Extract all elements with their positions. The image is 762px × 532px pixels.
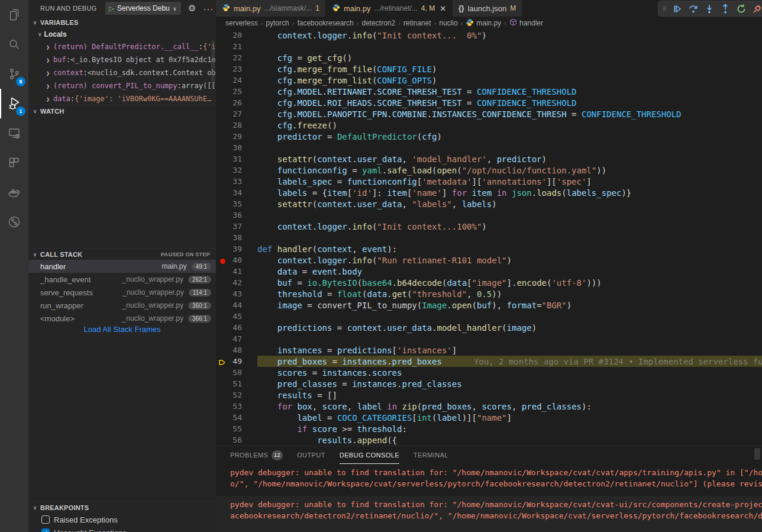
breakpoint-item[interactable]: ✓Uncaught Exceptions [28,526,216,532]
run-and-debug-button[interactable]: 1 [0,89,28,118]
docker-button[interactable] [0,178,28,207]
line-number[interactable]: 38 [216,233,257,242]
variable-row[interactable]: ❯data: {'image': 'iVBORw0KG==AAAANSUhE… [28,92,216,105]
console-error-line[interactable]: pydev debugger: unable to find translati… [230,467,762,478]
variable-row[interactable]: ❯context: <nuclio_sdk.context.Context ob… [28,66,216,79]
tab-launch.json[interactable]: {}launch.jsonM [453,0,522,17]
tab-main.py[interactable]: main.py.../siammask/...1 [216,0,326,17]
tab-main.py[interactable]: main.py.../retinanet/...4, M✕ [326,0,453,17]
code-line[interactable]: 28 cfg.freeze() [216,120,762,131]
code-line[interactable]: 46 predictions = context.user_data.model… [216,322,762,333]
call-stack-frame[interactable]: handlermain.py49:1 [28,260,216,273]
panel-tab-terminal[interactable]: TERMINAL [414,446,448,464]
line-number[interactable]: 28 [216,121,257,130]
continue-button[interactable] [670,2,684,16]
breadcrumb-item-facebookresearch[interactable]: facebookresearch [297,19,353,27]
line-number[interactable]: 45 [216,312,257,321]
line-number[interactable]: 54 [216,413,257,422]
code-line[interactable]: 41 data = event.body [216,266,762,277]
locals-scope[interactable]: ∨ Locals [28,28,216,40]
line-number[interactable]: 33 [216,177,257,186]
code-line[interactable]: 33 labels_spec = functionconfig['metadat… [216,176,762,187]
code-line[interactable]: 53 for box, score, label in zip(pred_box… [216,401,762,412]
close-icon[interactable]: ✕ [440,4,446,13]
call-stack-section-header[interactable]: ∨ CALL STACK PAUSED ON STEP [28,248,216,260]
drag-grip-icon[interactable]: ⠿ [661,7,669,11]
console-error-line[interactable]: o/", "/home/nmanovic/Workspace/cvat/serv… [230,478,762,489]
breadcrumb-item-serverless[interactable]: serverless [225,19,258,27]
line-number[interactable]: 47 [216,334,257,343]
line-number[interactable]: 39 [216,244,257,253]
explorer-button[interactable] [0,0,28,30]
step-into-button[interactable] [702,2,716,16]
call-stack-frame[interactable]: _handle_event_nuclio_wrapper.py262:1 [28,273,216,286]
azure-pipelines-button[interactable] [0,207,28,237]
line-number[interactable]: 34 [216,188,257,197]
line-number[interactable]: 46 [216,323,257,332]
step-over-button[interactable] [686,2,700,16]
line-number[interactable]: 37 [216,222,257,231]
line-number[interactable]: 31 [216,154,257,163]
line-number[interactable]: 42 [216,278,257,287]
line-number[interactable]: 36 [216,211,257,220]
code-line[interactable]: 47 [216,333,762,344]
code-line[interactable]: 54 label = COCO_CATEGORIES[int(label)]["… [216,412,762,423]
line-number[interactable]: 40 [216,256,257,265]
code-line[interactable]: 56 results.append({ [216,434,762,446]
code-line[interactable]: 24 cfg.merge_from_list(CONFIG_OPTS) [216,75,762,86]
breakpoints-section-header[interactable]: ∨ BREAKPOINTS [28,501,216,513]
panel-tab-problems[interactable]: PROBLEMS12 [230,446,283,464]
line-number[interactable]: 21 [216,42,257,51]
scrollbar-thumb[interactable] [211,40,215,86]
code-line[interactable]: 29 predictor = DefaultPredictor(cfg) [216,131,762,142]
code-line[interactable]: 44 image = convert_PIL_to_numpy(Image.op… [216,299,762,311]
line-number[interactable]: 26 [216,98,257,107]
expand-chevron-icon[interactable]: ❯ [46,96,50,102]
line-number[interactable]: 48 [216,346,257,354]
expand-chevron-icon[interactable]: ❯ [46,57,50,63]
start-debug-icon[interactable]: ▷ [109,5,114,12]
breadcrumb-item-handler[interactable]: handler [509,18,543,28]
code-line[interactable]: 37 context.logger.info("Init context...1… [216,221,762,232]
load-all-stack-frames-link[interactable]: Load All Stack Frames [28,325,216,337]
code-line[interactable]: 52 results = [] [216,389,762,401]
scrollbar-thumb[interactable] [754,448,760,460]
breadcrumb-item-main.py[interactable]: main.py [466,18,501,28]
code-line[interactable]: 39def handler(context, event): [216,243,762,254]
call-stack-frame[interactable]: run_wrapper_nuclio_wrapper.py360:1 [28,299,216,312]
search-button[interactable] [0,30,28,59]
code-line[interactable]: 40 context.logger.info("Run retinanet-R1… [216,254,762,266]
launch-config-dropdown[interactable]: ▷ Serverless Debu ∨ [105,2,182,15]
panel-tab-output[interactable]: OUTPUT [297,446,325,464]
line-number[interactable]: 24 [216,76,257,85]
gear-icon[interactable]: ⚙ [188,3,196,14]
code-line[interactable]: 35 setattr(context.user_data, "labels", … [216,198,762,209]
breakpoint-item[interactable]: Raised Exceptions [28,513,216,526]
line-number[interactable]: 53 [216,402,257,411]
code-line[interactable]: 31 setattr(context.user_data, 'model_han… [216,153,762,165]
code-line[interactable]: 49 pred_boxes = instances.pred_boxesYou,… [216,356,762,367]
remote-explorer-button[interactable] [0,118,28,148]
line-number[interactable]: 30 [216,143,257,152]
line-number[interactable]: 25 [216,87,257,96]
line-number[interactable]: 43 [216,289,257,298]
variable-row[interactable]: ❯(return) DefaultPredictor.__call__: {'i… [28,40,216,53]
breadcrumb-item-detectron2[interactable]: detectron2 [361,19,395,27]
restart-button[interactable] [734,2,748,16]
code-line[interactable]: 22 cfg = get_cfg() [216,52,762,63]
code-line[interactable]: 25 cfg.MODEL.RETINANET.SCORE_THRESH_TEST… [216,86,762,97]
line-number[interactable]: 32 [216,166,257,175]
expand-chevron-icon[interactable]: ❯ [46,83,50,89]
line-number[interactable]: 51 [216,379,257,388]
call-stack-frame[interactable]: <module>_nuclio_wrapper.py366:1 [28,312,216,325]
breadcrumb-item-nuclio[interactable]: nuclio [439,19,457,27]
variable-row[interactable]: ❯buf: <_io.BytesIO object at 0x7f5a2dc1e… [28,53,216,66]
extensions-button[interactable] [0,148,28,178]
line-number[interactable]: 41 [216,267,257,276]
code-line[interactable]: 42 buf = io.BytesIO(base64.b64decode(dat… [216,277,762,288]
checkbox[interactable] [41,515,50,524]
line-number[interactable]: 35 [216,199,257,208]
disconnect-button[interactable] [750,2,762,16]
console-error-line[interactable]: acebookresearch/detectron2/retinanet/nuc… [230,510,762,521]
code-line[interactable]: 26 cfg.MODEL.ROI_HEADS.SCORE_THRESH_TEST… [216,97,762,108]
